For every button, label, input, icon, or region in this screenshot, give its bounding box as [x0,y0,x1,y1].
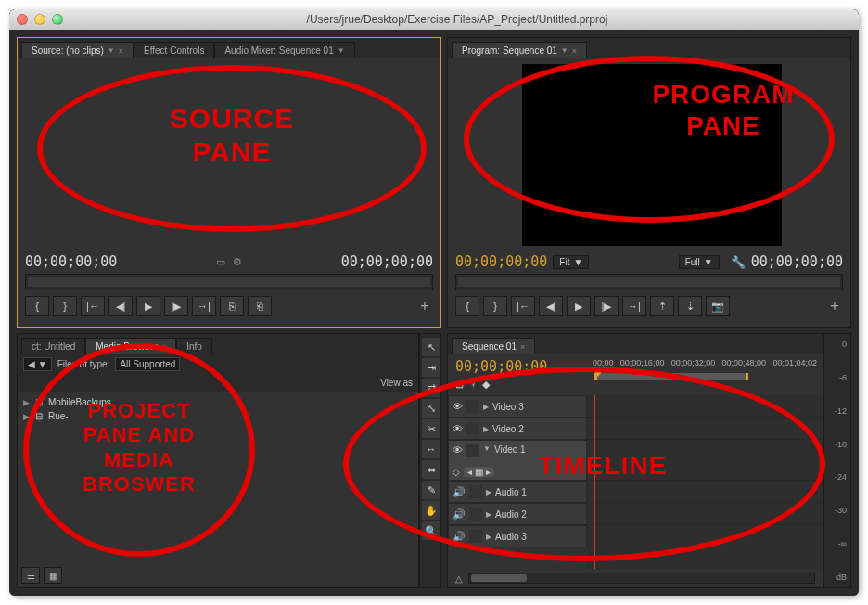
eye-icon[interactable]: 👁 [453,401,463,412]
dropdown-icon[interactable]: ▼ [338,46,345,55]
program-timecode-in[interactable]: 00;00;00;00 [455,253,547,270]
add-button[interactable]: + [826,298,843,315]
sync-lock-icon[interactable]: ◆ [482,379,490,391]
lane-video2[interactable] [587,418,823,440]
hand-tool[interactable]: ✋ [422,501,440,520]
timeline-ruler[interactable]: 00;00 00;00;16;00 00;00;32;00 00;00;48;0… [587,354,823,395]
track-head-audio1[interactable]: 🔊 ▶ Audio 1 [448,481,587,503]
lock-icon[interactable] [466,444,479,457]
timeline-zoom-scrollbar[interactable] [468,573,815,584]
source-timecode-out[interactable]: 00;00;00;00 [341,253,433,270]
mark-in-button[interactable]: { [25,296,49,316]
rate-stretch-tool[interactable]: ⤡ [422,399,440,418]
play-button[interactable]: ▶ [136,296,160,316]
playhead-line[interactable] [594,395,595,569]
dropdown-icon[interactable]: ▼ [108,46,115,55]
close-icon[interactable]: × [119,46,123,56]
play-button[interactable]: ▶ [567,296,591,316]
tab-info[interactable]: Info [176,338,212,354]
add-button[interactable]: + [416,298,433,315]
speaker-icon[interactable]: 🔊 [453,508,466,521]
step-forward-button[interactable]: |▶ [594,296,619,316]
razor-tool[interactable]: ✂ [422,419,440,438]
zoom-tool[interactable]: 🔍 [422,521,440,540]
chevron-right-icon[interactable]: ▶ [486,510,491,519]
mark-out-button[interactable]: } [53,296,77,316]
full-dropdown[interactable]: Full▼ [679,255,720,269]
source-timecode-in[interactable]: 00;00;00;00 [25,253,117,270]
nav-back-dropdown[interactable]: ◀ ▼ [23,357,52,371]
lane-audio1[interactable] [587,481,823,503]
tab-source[interactable]: Source: (no clips) ▼ × [21,42,134,58]
export-frame-button[interactable]: 📷 [706,296,730,316]
mark-in-button[interactable]: { [455,296,479,316]
program-timecode-out[interactable]: 00;00;00;00 [751,253,843,270]
track-lanes[interactable] [587,395,823,569]
minimize-window-button[interactable] [34,14,45,25]
step-forward-button[interactable]: |▶ [164,296,188,316]
lane-audio2[interactable] [587,503,823,525]
work-area-bar[interactable] [594,373,748,380]
zoom-window-button[interactable] [52,14,63,25]
step-back-button[interactable]: ◀| [539,296,563,316]
lock-icon[interactable] [466,400,479,413]
track-head-video2[interactable]: 👁 ▶ Video 2 [448,418,587,440]
tab-project[interactable]: ct: Untitled [21,338,85,354]
zoom-out-button[interactable]: △ [455,573,463,584]
keyframe-icon[interactable]: ◇ [453,467,460,477]
track-display-mode[interactable]: ◂ ▦ ▸ [464,467,494,477]
snap-toggle[interactable]: ⊡ [455,379,464,391]
grid-view-button[interactable]: ▦ [44,567,62,584]
goto-in-button[interactable]: |← [81,296,105,316]
wrench-icon[interactable]: 🔧 [731,255,746,269]
program-scrub-bar[interactable] [455,274,843,290]
list-view-button[interactable]: ☰ [21,567,40,584]
selection-tool[interactable]: ↖ [422,338,440,356]
lane-video3[interactable] [587,395,823,418]
mark-out-button[interactable]: } [483,296,507,316]
speaker-icon[interactable]: 🔊 [453,486,466,498]
tab-sequence[interactable]: Sequence 01 × [452,338,535,354]
insert-button[interactable]: ⎘ [220,296,244,316]
goto-in-button[interactable]: |← [511,296,535,316]
track-head-video3[interactable]: 👁 ▶ Video 3 [448,395,587,418]
source-scrub-bar[interactable] [25,274,433,290]
overwrite-button[interactable]: ⎗ [248,296,272,316]
tab-media-browser[interactable]: Media Browser× [85,338,176,354]
eye-icon[interactable]: 👁 [453,423,463,434]
lift-button[interactable]: ⇡ [650,296,674,316]
step-back-button[interactable]: ◀| [108,296,133,316]
pen-tool[interactable]: ✎ [422,481,440,499]
scrollbar-thumb[interactable] [471,574,527,582]
timeline-timecode[interactable]: 00;00;00;00 [455,358,580,375]
tab-program[interactable]: Program: Sequence 01 ▼ × [452,42,587,58]
close-window-button[interactable] [17,14,28,25]
playhead[interactable] [593,369,604,377]
lock-icon[interactable] [466,422,479,435]
chevron-right-icon[interactable]: ▶ [486,488,491,496]
lock-icon[interactable] [469,530,482,543]
slip-tool[interactable]: ↔ [422,440,440,458]
eye-icon[interactable]: 👁 [453,444,463,456]
fit-dropdown[interactable]: Fit▼ [553,255,589,269]
close-icon[interactable]: × [572,46,577,56]
chevron-right-icon[interactable]: ▶ [486,533,491,541]
tab-audio-mixer[interactable]: Audio Mixer: Sequence 01▼ [214,42,354,58]
marker-icon[interactable]: ♀ [469,379,477,391]
chevron-right-icon[interactable]: ▶ [483,425,489,433]
files-of-type-dropdown[interactable]: All Supported [115,357,180,371]
dropdown-icon[interactable]: ▼ [561,46,568,55]
chevron-right-icon[interactable]: ▶ [483,403,489,411]
tab-effect-controls[interactable]: Effect Controls [134,42,214,58]
goto-out-button[interactable]: →| [622,296,646,316]
track-select-tool[interactable]: ⇥ [422,358,440,377]
speaker-icon[interactable]: 🔊 [453,531,466,543]
close-icon[interactable]: × [161,342,166,352]
goto-out-button[interactable]: →| [192,296,216,316]
source-frame-icon[interactable]: ▭ [216,256,225,268]
extract-button[interactable]: ⇣ [678,296,702,316]
chevron-down-icon[interactable]: ▼ [483,444,491,453]
lane-audio3[interactable] [587,525,823,547]
ripple-edit-tool[interactable]: ⇄ [422,379,440,397]
track-head-audio3[interactable]: 🔊 ▶ Audio 3 [448,525,587,547]
